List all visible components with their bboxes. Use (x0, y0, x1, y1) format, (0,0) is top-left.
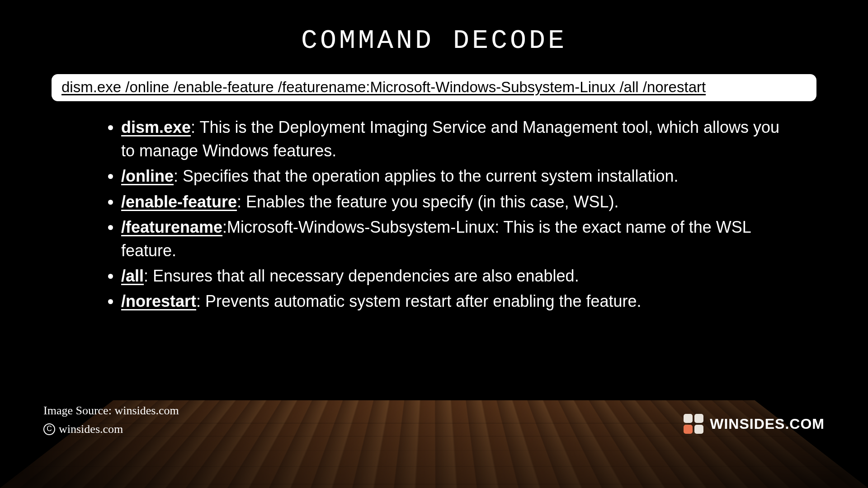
credits-block: Image Source: winsides.com C winsides.co… (43, 402, 179, 438)
term: /norestart (121, 292, 196, 310)
term-desc: : Specifies that the operation applies t… (174, 167, 679, 185)
term: /enable-feature (121, 192, 237, 211)
decode-list: dism.exe: This is the Deployment Imaging… (121, 116, 792, 314)
copyright-line: C winsides.com (43, 420, 179, 438)
slide-title: COMMAND DECODE (49, 25, 819, 56)
term-desc: : Enables the feature you specify (in th… (237, 192, 618, 211)
copyright-icon: C (43, 423, 55, 435)
list-item: /featurename:Microsoft-Windows-Subsystem… (121, 216, 792, 263)
list-item: dism.exe: This is the Deployment Imaging… (121, 116, 792, 163)
term: /featurename (121, 218, 222, 236)
term: dism.exe (121, 118, 191, 136)
list-item: /online: Specifies that the operation ap… (121, 164, 792, 188)
term-desc: : This is the Deployment Imaging Service… (121, 118, 779, 160)
command-box: dism.exe /online /enable-feature /featur… (52, 74, 816, 101)
image-source-text: Image Source: winsides.com (43, 402, 179, 420)
term: /all (121, 267, 144, 285)
copyright-text: winsides.com (59, 420, 123, 438)
brand-block: WINSIDES.COM (684, 414, 825, 434)
windows-tile-icon (684, 414, 703, 434)
brand-text: WINSIDES.COM (710, 416, 825, 432)
term-desc: : Ensures that all necessary dependencie… (144, 267, 579, 285)
list-item: /norestart: Prevents automatic system re… (121, 290, 792, 313)
term: /online (121, 167, 174, 185)
list-item: /enable-feature: Enables the feature you… (121, 190, 792, 214)
term-desc: : Prevents automatic system restart afte… (196, 292, 641, 310)
list-item: /all: Ensures that all necessary depende… (121, 264, 792, 288)
